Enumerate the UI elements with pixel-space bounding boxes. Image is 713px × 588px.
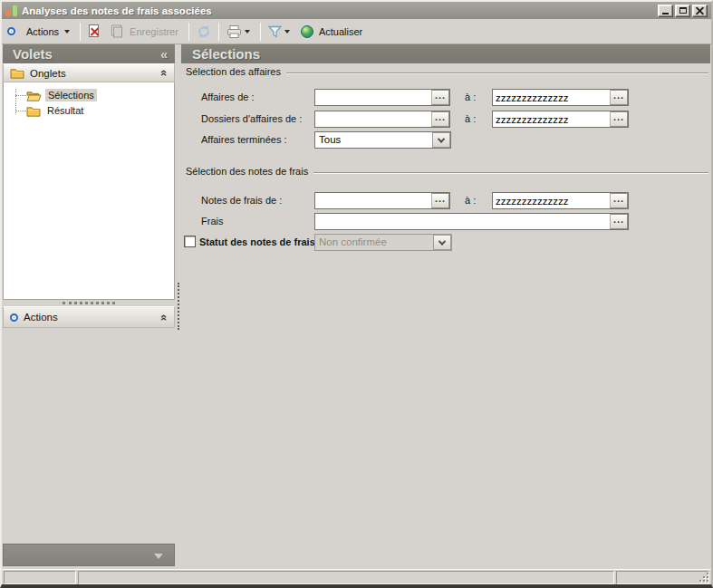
panel-splitter[interactable] — [178, 283, 179, 330]
actualiser-button-label: Actualiser — [316, 26, 365, 37]
notes-de-frais-de-field: ... — [314, 192, 450, 209]
volets-title: Volets — [13, 46, 53, 62]
splitter-grip — [63, 302, 115, 304]
collapse-sidebar-icon[interactable]: « — [160, 47, 168, 62]
group-title-affaires: Sélection des affaires — [186, 66, 708, 77]
window-title: Analyses des notes de frais associées — [22, 5, 653, 16]
statut-combo-value: Non confirmée — [315, 235, 433, 250]
save-button[interactable]: Enregistrer — [107, 22, 184, 41]
notes-de-frais-de-input[interactable] — [315, 193, 431, 208]
actualiser-button[interactable]: Actualiser — [298, 23, 368, 41]
minimize-button[interactable] — [658, 5, 673, 17]
volets-header: Volets « — [3, 44, 175, 63]
dossiers-de-input[interactable] — [315, 111, 431, 127]
selections-header: Sélections — [181, 44, 710, 63]
tree-connector — [15, 111, 26, 111]
dossiers-a-input[interactable] — [493, 111, 610, 127]
resize-grip[interactable] — [699, 573, 708, 582]
affaires-de-field: ... — [314, 89, 450, 106]
collapse-section-icon[interactable]: « — [158, 313, 171, 320]
notes-de-frais-a-browse-button[interactable]: ... — [610, 193, 628, 208]
tree-item-label: Sélections — [45, 89, 97, 101]
onglets-section-label: Onglets — [30, 68, 66, 79]
tree-item-selections[interactable]: Sélections — [26, 88, 97, 102]
affaires-de-browse-button[interactable]: ... — [431, 90, 449, 105]
chevron-down-icon — [64, 30, 70, 34]
combo-dropdown-button[interactable] — [433, 235, 451, 250]
print-icon — [226, 25, 242, 38]
onglets-section-bar[interactable]: Onglets « — [3, 63, 175, 82]
dossiers-de-browse-button[interactable]: ... — [431, 111, 449, 127]
status-cell — [4, 571, 76, 584]
field-label-dossiers-de: Dossiers d'affaires de : — [201, 113, 302, 124]
folder-open-icon — [26, 90, 42, 101]
collapse-section-icon[interactable]: « — [158, 70, 171, 76]
to-label: à : — [465, 195, 476, 206]
delete-button[interactable] — [85, 22, 104, 41]
affaires-terminees-combo[interactable]: Tous — [314, 131, 451, 149]
combo-dropdown-button[interactable] — [432, 132, 450, 148]
onglets-tree: Sélections Résultat — [3, 82, 175, 300]
actualiser-icon — [301, 25, 313, 38]
status-cell — [78, 571, 614, 584]
affaires-terminees-value: Tous — [315, 132, 432, 148]
statut-checkbox[interactable] — [184, 236, 196, 247]
collapsed-panel-bar[interactable] — [3, 544, 175, 566]
field-label-notes-de-frais-de: Notes de frais de : — [201, 195, 282, 206]
affaires-de-input[interactable] — [315, 90, 431, 105]
affaires-a-browse-button[interactable]: ... — [610, 90, 628, 105]
actions-button-label: Actions — [24, 26, 62, 37]
app-window: Analyses des notes de frais associées Ac… — [0, 0, 713, 588]
group-divider — [313, 172, 708, 173]
field-label-affaires-terminees: Affaires terminées : — [201, 134, 287, 145]
notes-de-frais-de-browse-button[interactable]: ... — [431, 193, 449, 208]
to-label: à : — [465, 92, 476, 102]
filter-icon — [268, 25, 282, 38]
actions-section-bar[interactable]: Actions « — [3, 306, 175, 328]
dossiers-a-field: ... — [492, 111, 629, 128]
print-button[interactable] — [224, 23, 255, 41]
notes-de-frais-a-input[interactable] — [493, 193, 610, 208]
refresh-icon — [197, 24, 211, 39]
actions-button[interactable]: Actions — [21, 24, 75, 40]
expand-panel-icon — [154, 554, 163, 559]
app-icon — [5, 5, 17, 16]
title-bar: Analyses des notes de frais associées — [2, 2, 711, 19]
save-icon — [110, 24, 124, 38]
tree-item-resultat[interactable]: Résultat — [26, 103, 86, 118]
chevron-down-icon — [438, 135, 445, 142]
toolbar-separator — [260, 23, 261, 41]
group-divider — [286, 72, 708, 73]
page-title: Sélections — [192, 46, 260, 62]
frais-browse-button[interactable]: ... — [610, 214, 628, 229]
actions-section-icon — [10, 313, 18, 322]
frais-field: ... — [314, 213, 629, 230]
affaires-a-input[interactable] — [493, 90, 610, 105]
field-label-affaires-de: Affaires de : — [201, 92, 255, 102]
status-cell — [616, 571, 709, 584]
close-icon — [696, 6, 704, 14]
tree-connector — [15, 95, 26, 96]
minimize-icon — [662, 13, 669, 14]
folder-icon — [26, 105, 41, 117]
chevron-down-icon — [438, 237, 446, 245]
maximize-button[interactable] — [675, 5, 690, 17]
sidebar-splitter[interactable] — [3, 299, 175, 306]
actions-section-label: Actions — [24, 312, 58, 323]
dossiers-a-browse-button[interactable]: ... — [610, 111, 628, 127]
close-button[interactable] — [692, 5, 708, 17]
toolbar-separator — [188, 23, 189, 41]
refresh-button[interactable] — [194, 22, 214, 42]
folder-icon — [10, 67, 24, 79]
save-button-label: Enregistrer — [127, 26, 181, 37]
to-label: à : — [465, 113, 476, 124]
tree-item-label: Résultat — [44, 104, 86, 117]
maximize-icon — [679, 7, 687, 14]
affaires-a-field: ... — [492, 89, 629, 106]
frais-input[interactable] — [315, 214, 610, 229]
dossiers-de-field: ... — [314, 111, 450, 128]
status-bar — [2, 569, 711, 584]
statut-combo[interactable]: Non confirmée — [314, 234, 452, 251]
field-label-statut: Statut des notes de frais : — [199, 236, 321, 247]
filter-button[interactable] — [265, 23, 295, 41]
